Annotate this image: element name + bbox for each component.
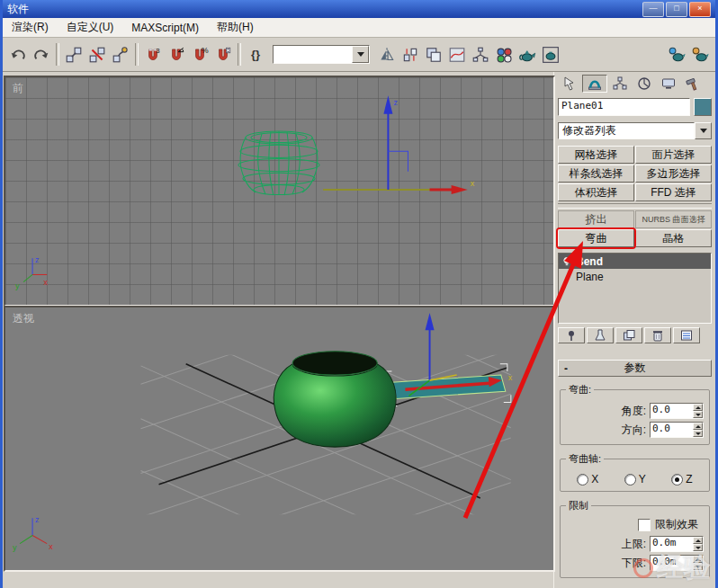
upper-limit-label: 上限: — [622, 537, 646, 552]
svg-text:y: y — [15, 281, 20, 290]
viewport-perspective[interactable]: x z x y 透视 — [4, 306, 555, 572]
modifier-list-dropdown[interactable]: 修改器列表 — [558, 122, 712, 139]
rendered-frame-window-icon[interactable] — [539, 42, 562, 67]
axis-x-radio[interactable]: X — [577, 473, 598, 486]
stack-item-bend[interactable]: Bend — [559, 254, 711, 269]
show-end-result-icon[interactable] — [587, 327, 614, 343]
dropdown-arrow-icon[interactable] — [352, 46, 369, 63]
create-arrow-icon — [565, 77, 573, 90]
remove-modifier-icon[interactable] — [644, 327, 671, 343]
select-and-link-icon[interactable] — [62, 42, 85, 67]
bind-to-space-warp-icon[interactable] — [109, 42, 132, 67]
minimize-button[interactable]: — — [642, 2, 664, 17]
gizmo-x-label: x — [508, 373, 513, 382]
angle-input[interactable]: 0.0 — [650, 403, 704, 419]
viewport-front-label[interactable]: 前 — [13, 81, 23, 96]
align-icon[interactable] — [399, 42, 422, 67]
svg-text:z: z — [35, 255, 40, 264]
named-selection-sets-dropdown[interactable] — [273, 45, 370, 64]
tab-hierarchy[interactable] — [608, 75, 632, 93]
volume-select-button[interactable]: 体积选择 — [558, 183, 634, 201]
tab-create[interactable] — [558, 75, 581, 93]
patch-select-button[interactable]: 面片选择 — [635, 146, 712, 164]
tab-motion[interactable] — [633, 75, 656, 93]
wireframe-pot[interactable] — [238, 131, 319, 195]
rollout-collapse-icon[interactable]: - — [559, 362, 573, 375]
quick-render-icon[interactable] — [665, 42, 688, 67]
spline-select-button[interactable]: 样条线选择 — [558, 165, 634, 183]
configure-modifier-sets-icon[interactable] — [673, 327, 700, 343]
axis-y-radio[interactable]: Y — [624, 473, 646, 486]
extrude-button[interactable]: 挤出 — [558, 210, 634, 228]
limit-effect-row: 限制效果 — [564, 517, 698, 532]
axis-group-label: 弯曲轴: — [566, 452, 604, 466]
bend-button[interactable]: 弯曲 — [558, 229, 634, 247]
direction-spinner[interactable] — [693, 423, 703, 437]
stack-item-plane[interactable]: Plane — [559, 269, 711, 284]
bend-group-label: 弯曲: — [566, 383, 594, 396]
tab-modify[interactable] — [582, 75, 607, 93]
mesh-select-button[interactable]: 网格选择 — [558, 146, 634, 164]
viewport-front[interactable]: x z — [4, 76, 555, 307]
toolbar-right-group — [665, 42, 712, 67]
percent-snap-icon[interactable]: % — [188, 42, 211, 67]
upper-limit-input[interactable]: 0.0m — [650, 536, 704, 552]
gizmo-z-arrow[interactable] — [383, 95, 392, 113]
schematic-view-icon[interactable] — [469, 42, 492, 67]
make-unique-icon[interactable] — [615, 327, 642, 343]
object-name-row: Plane01 — [558, 98, 712, 116]
direction-input[interactable]: 0.0 — [650, 422, 704, 438]
main-area: x z — [3, 72, 715, 588]
material-editor-icon[interactable] — [492, 42, 516, 67]
dropdown-arrow-icon[interactable] — [695, 122, 712, 139]
lattice-button[interactable]: 晶格 — [635, 229, 712, 247]
spinner-snap-icon[interactable] — [211, 42, 235, 67]
gizmo-plane-handle[interactable] — [388, 151, 408, 171]
menu-maxscript[interactable]: MAXScript(M) — [122, 20, 208, 36]
angle-spinner[interactable] — [693, 404, 703, 418]
menu-help[interactable]: 帮助(H) — [208, 18, 263, 37]
perspective-viewport-canvas: x z x y — [5, 307, 553, 570]
snap-toggle-icon[interactable]: 3 — [141, 42, 165, 67]
render-production-icon[interactable] — [688, 42, 712, 67]
angle-snap-icon[interactable] — [165, 42, 188, 67]
maximize-button[interactable]: □ — [666, 2, 687, 17]
toolbar-separator — [56, 43, 59, 66]
svg-text:z: z — [35, 515, 40, 524]
gizmo-x-arrow[interactable] — [452, 185, 468, 194]
menu-rendering[interactable]: 渲染(R) — [3, 18, 58, 37]
modifier-stack: Bend Plane — [558, 253, 712, 324]
lower-limit-input[interactable]: 0.0m — [650, 555, 704, 571]
lower-limit-spinner[interactable] — [693, 556, 703, 570]
unlink-selection-icon[interactable] — [85, 42, 109, 67]
object-name-input[interactable]: Plane01 — [558, 98, 690, 116]
viewport-perspective-label[interactable]: 透视 — [13, 311, 34, 326]
ffd-select-button[interactable]: FFD 选择 — [635, 183, 712, 201]
layer-manager-icon[interactable] — [422, 42, 445, 67]
shaded-pot[interactable] — [274, 352, 396, 447]
limit-effect-checkbox[interactable] — [638, 519, 651, 531]
tab-utilities[interactable] — [681, 75, 705, 93]
modifier-button-grid: 网格选择 面片选择 样条线选择 多边形选择 体积选择 FFD 选择 挤出 NUR… — [558, 146, 712, 247]
object-color-swatch[interactable] — [694, 98, 712, 116]
axis-z-radio[interactable]: Z — [671, 473, 692, 486]
close-button[interactable]: × — [689, 2, 711, 17]
svg-text:x: x — [43, 278, 48, 287]
upper-limit-spinner[interactable] — [693, 537, 703, 551]
grid-divider — [558, 203, 712, 209]
modifier-list-value: 修改器列表 — [558, 122, 695, 139]
poly-select-button[interactable]: 多边形选择 — [635, 165, 712, 183]
pin-stack-icon[interactable] — [558, 327, 585, 343]
stack-item-label: Bend — [576, 255, 603, 268]
tab-display[interactable] — [657, 75, 680, 93]
mirror-icon[interactable] — [375, 42, 399, 67]
nurbs-surface-select-button[interactable]: NURBS 曲面选择 — [635, 210, 712, 228]
undo-icon[interactable] — [6, 42, 30, 67]
redo-icon[interactable] — [30, 42, 53, 67]
edit-named-selection-sets-icon[interactable]: {} — [244, 42, 267, 67]
render-setup-icon[interactable] — [516, 42, 539, 67]
menu-customize[interactable]: 自定义(U) — [58, 18, 123, 37]
curve-editor-icon[interactable] — [445, 42, 469, 67]
parameters-rollout-header[interactable]: - 参数 — [558, 360, 712, 377]
svg-text:x: x — [49, 542, 53, 551]
